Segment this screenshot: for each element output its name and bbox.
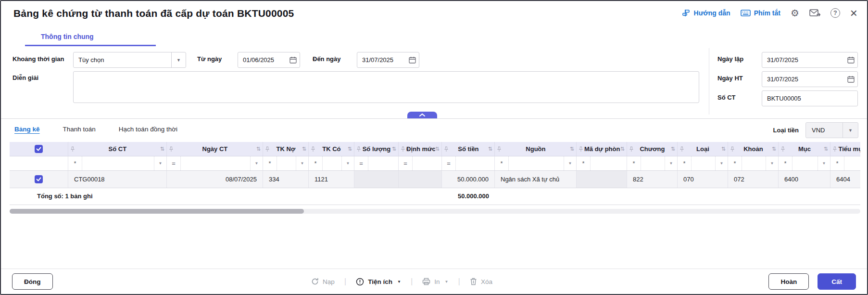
filter-dropdown-icon[interactable]: ▼ [250, 156, 263, 170]
filter-dropdown-icon[interactable]: ▼ [296, 156, 308, 170]
save-button[interactable]: Cất [818, 273, 856, 290]
filter-operator[interactable]: * [779, 156, 792, 170]
pin-icon[interactable] [497, 146, 502, 152]
filter-operator[interactable]: * [495, 156, 508, 170]
calendar-icon[interactable] [405, 56, 419, 64]
undo-button[interactable]: Hoàn [768, 273, 809, 290]
column-header-muc[interactable]: Mục⇅ [779, 142, 830, 156]
calendar-icon[interactable] [844, 76, 857, 83]
filter-input-tieumuc[interactable] [844, 156, 860, 170]
close-button[interactable]: Đóng [12, 273, 53, 290]
settings-gear-icon[interactable]: ⚙ [791, 8, 799, 18]
grid-tab-3[interactable]: Hạch toán đồng thời [119, 126, 177, 133]
column-header-khoan[interactable]: Khoản⇅ [728, 142, 779, 156]
filter-dropdown-icon[interactable]: ▼ [818, 156, 830, 170]
column-header-chuong[interactable]: Chương⇅ [627, 142, 678, 156]
scrollbar-thumb[interactable] [10, 209, 304, 214]
filter-operator[interactable]: * [728, 156, 742, 170]
filter-operator[interactable]: * [577, 156, 590, 170]
pin-icon[interactable] [780, 146, 785, 152]
sort-icon[interactable]: ⇅ [671, 146, 675, 152]
sort-icon[interactable]: ⇅ [824, 146, 828, 152]
cell-muc[interactable]: 6400 [779, 171, 830, 188]
chevron-down-icon[interactable]: ▼ [843, 123, 858, 138]
cell-nguon[interactable]: Ngân sách Xã tự chủ [495, 171, 577, 188]
filter-input-maduphong[interactable] [590, 156, 627, 170]
filter-input-khoan[interactable] [742, 156, 766, 170]
sort-icon[interactable]: ⇅ [435, 146, 440, 152]
filter-operator[interactable]: * [627, 156, 641, 170]
pin-icon[interactable] [444, 146, 449, 152]
pin-icon[interactable] [832, 146, 837, 152]
sort-icon[interactable]: ⇅ [302, 146, 306, 152]
filter-dropdown-icon[interactable]: ▼ [715, 156, 728, 170]
filter-dropdown-icon[interactable]: ▼ [341, 156, 354, 170]
grid-tab-1[interactable]: Bảng kê [14, 126, 40, 133]
filter-input-sotien[interactable] [455, 156, 494, 170]
filter-operator[interactable]: * [68, 156, 82, 170]
close-icon[interactable]: × [850, 8, 857, 18]
sort-icon[interactable]: ⇅ [392, 146, 396, 152]
select-all-checkbox[interactable] [35, 145, 43, 153]
sort-icon[interactable]: ⇅ [256, 146, 261, 152]
table-row[interactable]: CTG0001808/07/2025334112150.000.000Ngân … [10, 171, 860, 188]
description-textarea[interactable] [73, 71, 699, 103]
column-header-dinhmuc[interactable]: Định mức⇅ [399, 142, 442, 156]
pin-icon[interactable] [311, 146, 315, 152]
grid-tab-2[interactable]: Thanh toán [63, 126, 96, 133]
reload-button[interactable]: Nạp [311, 278, 335, 285]
currency-select[interactable]: VND ▼ [805, 122, 858, 138]
cell-tkno[interactable]: 334 [263, 171, 309, 188]
cell-ngayct[interactable]: 08/07/2025 [167, 171, 263, 188]
filter-dropdown-icon[interactable]: ▼ [665, 156, 677, 170]
row-checkbox[interactable] [35, 175, 43, 183]
column-header-soct[interactable]: Số CT⇅ [68, 142, 167, 156]
pin-icon[interactable] [356, 146, 361, 152]
filter-input-dinhmuc[interactable] [412, 156, 441, 170]
sort-icon[interactable]: ⇅ [772, 146, 776, 152]
cell-soct[interactable]: CTG00018 [68, 171, 167, 188]
cell-loai[interactable]: 070 [678, 171, 728, 188]
column-header-sotien[interactable]: Số tiền⇅ [442, 142, 495, 156]
column-header-loai[interactable]: Loại⇅ [678, 142, 728, 156]
period-select[interactable]: Tùy chọn ▼ [73, 52, 186, 68]
feedback-mail-icon[interactable] [809, 9, 820, 17]
shortcuts-link[interactable]: Phím tắt [741, 9, 780, 17]
cell-dinhmuc[interactable] [399, 171, 442, 188]
sort-icon[interactable]: ⇅ [620, 146, 625, 152]
pin-icon[interactable] [679, 146, 684, 152]
created-date-input[interactable]: 31/07/2025 [762, 52, 858, 68]
filter-operator[interactable]: = [167, 156, 180, 170]
doc-no-input[interactable]: BKTU00005 [762, 90, 858, 106]
delete-button[interactable]: Xóa [470, 278, 492, 285]
cell-chuong[interactable]: 822 [627, 171, 678, 188]
filter-input-tkco[interactable] [322, 156, 341, 170]
calendar-icon[interactable] [286, 56, 300, 64]
help-icon[interactable]: ? [830, 8, 840, 18]
column-header-soluong[interactable]: Số lượng⇅ [354, 142, 399, 156]
guide-link[interactable]: Hướng dẫn [682, 9, 730, 17]
filter-operator[interactable]: = [399, 156, 412, 170]
column-header-maduphong[interactable]: Mã dự phòng⇅ [577, 142, 627, 156]
filter-operator[interactable]: = [442, 156, 455, 170]
filter-operator[interactable]: * [263, 156, 277, 170]
cell-sotien[interactable]: 50.000.000 [442, 171, 495, 188]
pin-icon[interactable] [169, 146, 174, 152]
cell-soluong[interactable] [354, 171, 399, 188]
column-header-nguon[interactable]: Nguồn⇅ [495, 142, 577, 156]
filter-input-soluong[interactable] [368, 156, 398, 170]
filter-input-nguon[interactable] [508, 156, 564, 170]
utilities-button[interactable]: Tiện ích ▼ [356, 278, 401, 286]
posted-date-input[interactable]: 31/07/2025 [762, 71, 858, 87]
filter-dropdown-icon[interactable]: ▼ [154, 156, 166, 170]
sort-icon[interactable]: ⇅ [570, 146, 574, 152]
tab-thong-tin-chung[interactable]: Thông tin chung [25, 29, 156, 46]
cell-maduphong[interactable] [577, 171, 627, 188]
sort-icon[interactable]: ⇅ [721, 146, 726, 152]
cell-khoan[interactable]: 072 [728, 171, 779, 188]
collapse-toggle[interactable] [407, 112, 437, 118]
column-header-ngayct[interactable]: Ngày CT⇅ [167, 142, 263, 156]
column-header-tkco[interactable]: TK Có⇅ [309, 142, 354, 156]
filter-input-soct[interactable] [82, 156, 154, 170]
filter-input-loai[interactable] [691, 156, 715, 170]
